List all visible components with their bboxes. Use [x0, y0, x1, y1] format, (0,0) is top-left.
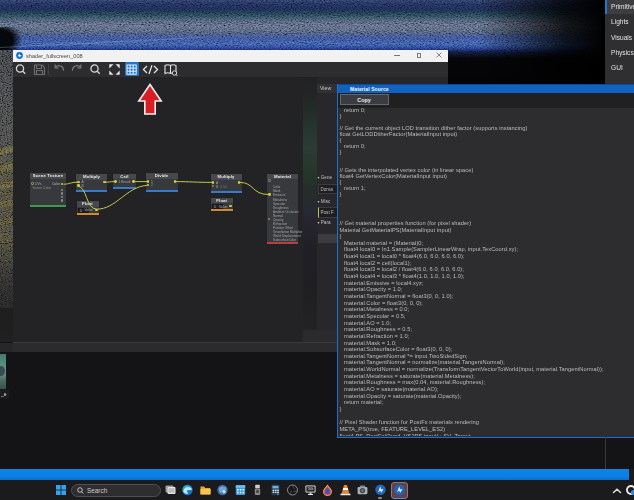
svg-text:5G: 5G — [307, 487, 312, 491]
